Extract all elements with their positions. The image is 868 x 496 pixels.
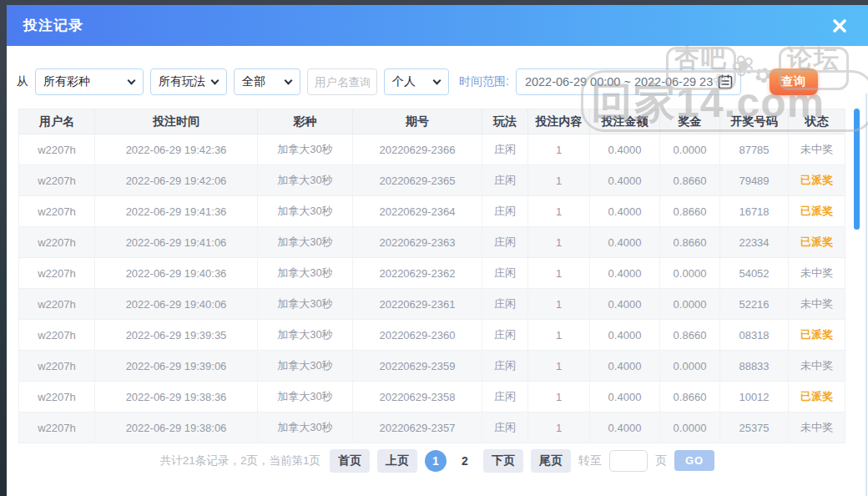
close-icon — [831, 18, 848, 34]
table-row: w2207h2022-06-29 19:40:06加拿大30秒20220629-… — [19, 289, 845, 320]
table-cell: w2207h — [19, 351, 95, 382]
table-cell: 2022-06-29 19:40:06 — [95, 289, 258, 320]
scope-select[interactable]: 个人 — [384, 68, 449, 95]
table-cell: 加拿大30秒 — [258, 258, 353, 289]
table-cell: 0.8660 — [660, 196, 720, 227]
table-cell: 0.4000 — [590, 196, 660, 227]
search-button[interactable]: 查询 — [770, 68, 818, 95]
table-cell: 1 — [528, 134, 590, 165]
go-button[interactable]: GO — [674, 450, 714, 471]
table-cell: 0.8660 — [660, 227, 720, 258]
column-header: 奖金 — [660, 109, 720, 134]
table-cell: 庄闲 — [482, 351, 528, 382]
table-cell: 1 — [528, 382, 590, 412]
table-cell: 2022-06-29 19:40:36 — [95, 258, 258, 289]
table-cell: 79489 — [720, 165, 789, 196]
table-cell: 加拿大30秒 — [258, 382, 353, 412]
table-row: w2207h2022-06-29 19:39:35加拿大30秒20220629-… — [19, 320, 845, 351]
first-page-button[interactable]: 首页 — [330, 449, 370, 473]
table-cell: 已派奖 — [789, 382, 845, 412]
table-cell: 20220629-2364 — [353, 196, 482, 227]
modal-header: 投注记录 — [7, 5, 868, 46]
table-cell: 20220629-2358 — [353, 382, 482, 412]
table-cell: 22334 — [720, 227, 789, 258]
table-cell: 庄闲 — [482, 382, 528, 412]
column-header: 开奖号码 — [720, 109, 789, 134]
table-cell: 加拿大30秒 — [258, 165, 353, 196]
table-cell: 20220629-2357 — [353, 412, 482, 443]
column-header: 投注金额 — [590, 109, 660, 134]
close-button[interactable] — [830, 16, 850, 36]
table-row: w2207h2022-06-29 19:42:36加拿大30秒20220629-… — [19, 134, 845, 165]
goto-label: 转至 — [578, 453, 602, 468]
username-search-input[interactable] — [307, 68, 377, 95]
table-cell: 2022-06-29 19:39:06 — [95, 351, 258, 382]
table-cell: 庄闲 — [482, 227, 528, 258]
table-cell: 加拿大30秒 — [258, 289, 353, 320]
calendar-icon[interactable] — [716, 73, 734, 91]
table-cell: 加拿大30秒 — [258, 412, 353, 443]
table-cell: 庄闲 — [482, 258, 528, 289]
prev-page-button[interactable]: 上页 — [377, 449, 417, 473]
table-row: w2207h2022-06-29 19:41:36加拿大30秒20220629-… — [19, 196, 845, 227]
table-cell: 加拿大30秒 — [258, 320, 353, 351]
table-cell: 2022-06-29 19:42:36 — [95, 134, 258, 165]
table-cell: 已派奖 — [789, 165, 845, 196]
table-cell: 0.4000 — [590, 165, 660, 196]
page-number-button[interactable]: 1 — [425, 450, 447, 472]
table-cell: 1 — [528, 351, 590, 382]
table-cell: 已派奖 — [789, 227, 845, 258]
table-cell: 1 — [528, 165, 590, 196]
table-cell: 加拿大30秒 — [258, 227, 353, 258]
page-number-button[interactable]: 2 — [454, 450, 476, 472]
table-cell: 16718 — [720, 196, 789, 227]
time-range-input[interactable] — [525, 75, 713, 89]
table-cell: 2022-06-29 19:38:06 — [95, 412, 258, 443]
last-page-button[interactable]: 尾页 — [531, 449, 571, 473]
page-number-list: 12 — [425, 450, 476, 472]
table-cell: 已派奖 — [789, 196, 845, 227]
table-cell: 25375 — [720, 412, 789, 443]
table-cell: 1 — [528, 196, 590, 227]
table-cell: 0.4000 — [590, 382, 660, 412]
table-cell: 1 — [528, 289, 590, 320]
column-header: 玩法 — [482, 109, 528, 134]
table-cell: 0.8660 — [660, 320, 720, 351]
play-type-value: 所有玩法 — [159, 74, 205, 89]
pagination-bar: 共计21条记录，2页，当前第1页 首页 上页 12 下页 尾页 转至 页 GO — [7, 449, 868, 472]
lottery-type-value: 所有彩种 — [43, 74, 90, 89]
table-cell: 20220629-2365 — [353, 165, 482, 196]
table-cell: 1 — [528, 320, 590, 351]
scope-value: 个人 — [392, 74, 416, 89]
table-row: w2207h2022-06-29 19:42:06加拿大30秒20220629-… — [19, 165, 845, 196]
chevron-down-icon — [433, 77, 442, 85]
scrollbar-thumb[interactable] — [854, 109, 860, 230]
table-cell: 20220629-2361 — [353, 289, 482, 320]
table-cell: 20220629-2362 — [353, 258, 482, 289]
table-cell: 0.0000 — [660, 134, 720, 165]
table-cell: 0.4000 — [590, 351, 660, 382]
goto-page-input[interactable] — [609, 450, 648, 472]
table-cell: 08318 — [720, 320, 789, 351]
status-filter-select[interactable]: 全部 — [234, 68, 300, 95]
next-page-button[interactable]: 下页 — [483, 449, 523, 473]
table-cell: 未中奖 — [789, 258, 845, 289]
table-cell: w2207h — [19, 412, 95, 443]
column-header: 彩种 — [258, 109, 353, 134]
table-cell: 0.4000 — [590, 412, 660, 443]
table-row: w2207h2022-06-29 19:41:06加拿大30秒20220629-… — [19, 227, 845, 258]
table-cell: 54052 — [720, 258, 789, 289]
chevron-down-icon — [128, 77, 136, 85]
table-cell: 0.4000 — [590, 134, 660, 165]
table-cell: 0.4000 — [590, 289, 660, 320]
table-row: w2207h2022-06-29 19:38:36加拿大30秒20220629-… — [19, 382, 845, 412]
table-cell: 加拿大30秒 — [258, 134, 353, 165]
lottery-type-select[interactable]: 所有彩种 — [35, 68, 144, 95]
play-type-select[interactable]: 所有玩法 — [150, 68, 227, 95]
column-header: 用户名 — [19, 109, 95, 134]
table-cell: 2022-06-29 19:41:06 — [95, 227, 258, 258]
page-unit-label: 页 — [655, 453, 667, 468]
scrollbar-track — [865, 94, 867, 496]
table-cell: 庄闲 — [482, 412, 528, 443]
table-cell: w2207h — [19, 134, 95, 165]
